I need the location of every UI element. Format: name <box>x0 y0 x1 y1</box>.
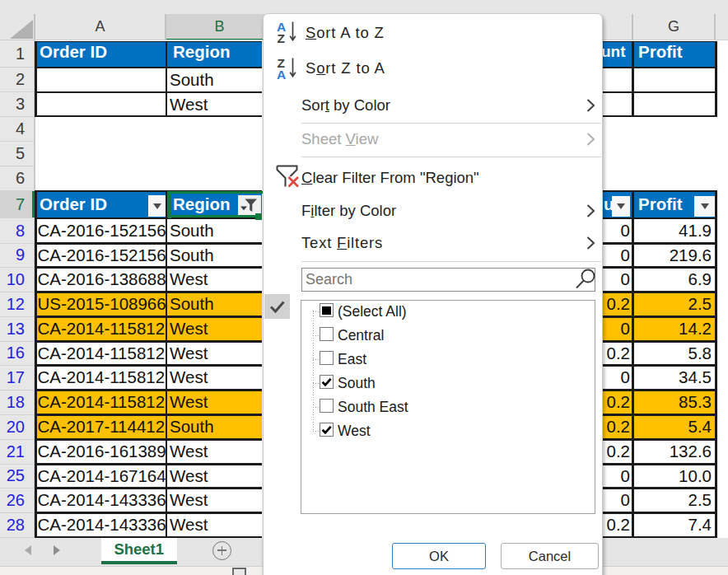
svg-text:A: A <box>277 68 286 82</box>
svg-text:Z: Z <box>278 31 286 45</box>
